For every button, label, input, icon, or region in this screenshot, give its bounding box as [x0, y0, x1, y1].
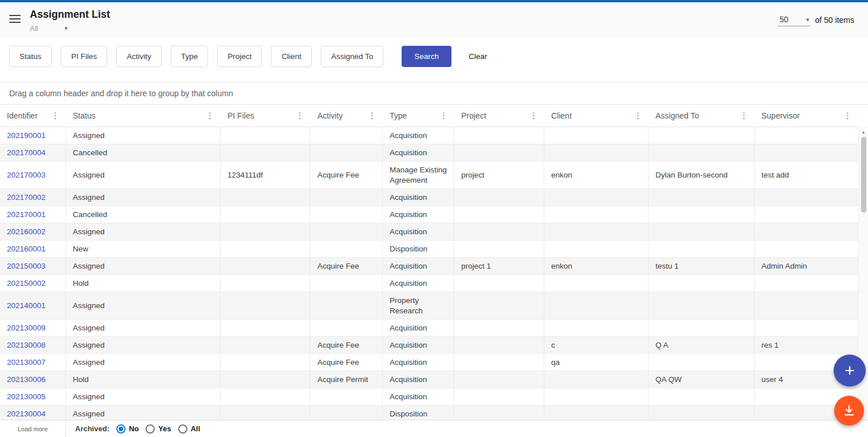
cell-client: enkon — [544, 258, 649, 274]
column-header-project[interactable]: Project ⋮ — [454, 105, 544, 127]
archived-option-no[interactable]: No — [116, 424, 139, 434]
column-menu-icon[interactable]: ⋮ — [842, 111, 854, 121]
page-size-select[interactable]: 50 ▾ — [777, 14, 811, 26]
cell-pi_files — [221, 127, 311, 144]
filter-button-client[interactable]: Client — [271, 46, 312, 67]
cell-activity: Acquire Permit — [311, 371, 383, 388]
cell-activity — [311, 189, 383, 206]
cell-status: Assigned — [66, 388, 221, 405]
filter-button-assigned-to[interactable]: Assigned To — [321, 46, 383, 67]
cell-identifier: 202130008 — [0, 337, 66, 353]
cell-assigned_to — [649, 275, 755, 292]
cell-identifier: 202150003 — [0, 258, 66, 274]
search-button[interactable]: Search — [402, 46, 451, 67]
table-row: 202140001AssignedProperty Research — [0, 292, 858, 320]
cell-activity — [311, 275, 383, 292]
cell-client — [544, 189, 649, 206]
identifier-link[interactable]: 202170003 — [7, 170, 46, 180]
column-menu-icon[interactable]: ⋮ — [204, 111, 216, 121]
cell-status: Assigned — [66, 337, 221, 353]
scrollbar-thumb[interactable] — [861, 137, 866, 212]
filter-button-project[interactable]: Project — [217, 46, 262, 67]
filter-button-activity[interactable]: Activity — [116, 46, 162, 67]
scroll-up-icon[interactable]: ▲ — [859, 127, 868, 134]
column-header-assigned-to[interactable]: Assigned To ⋮ — [649, 105, 755, 127]
cell-pi_files — [221, 337, 311, 353]
column-menu-icon[interactable]: ⋮ — [294, 111, 306, 121]
identifier-link[interactable]: 202130004 — [7, 409, 46, 419]
archived-option-all[interactable]: All — [178, 424, 201, 434]
export-download-button[interactable] — [834, 396, 864, 426]
hamburger-menu-icon[interactable] — [9, 13, 22, 25]
list-filter-dropdown[interactable]: All ▾ — [30, 24, 68, 33]
cell-project — [454, 275, 544, 292]
cell-status: Cancelled — [66, 144, 221, 161]
cell-identifier: 202170001 — [0, 206, 66, 223]
cell-supervisor — [755, 223, 858, 240]
filter-button-status[interactable]: Status — [9, 46, 52, 67]
column-header-pi-files[interactable]: PI Files ⋮ — [221, 105, 311, 127]
cell-project — [454, 127, 544, 144]
identifier-link[interactable]: 202130009 — [7, 323, 46, 333]
identifier-link[interactable]: 202130006 — [7, 375, 46, 385]
clear-button[interactable]: Clear — [461, 46, 495, 67]
filter-button-pi-files[interactable]: PI Files — [61, 46, 107, 67]
cell-supervisor — [755, 189, 858, 206]
identifier-link[interactable]: 202190001 — [7, 131, 46, 141]
identifier-link[interactable]: 202170002 — [7, 192, 46, 203]
column-header-label: Activity — [317, 111, 343, 120]
group-by-hint-text: Drag a column header and drop it here to… — [9, 89, 233, 98]
cell-identifier: 202170004 — [0, 144, 66, 161]
column-header-supervisor[interactable]: Supervisor ⋮ — [755, 105, 858, 127]
identifier-link[interactable]: 202170004 — [7, 148, 46, 158]
cell-project: project — [454, 162, 544, 188]
identifier-link[interactable]: 202160002 — [7, 227, 46, 237]
table-row: 202130005AssignedAcquisition — [0, 388, 858, 405]
cell-project — [454, 405, 544, 420]
cell-assigned_to — [649, 206, 755, 223]
load-more-button[interactable]: Load more — [0, 420, 66, 437]
cell-project — [454, 223, 544, 240]
cell-type: Acquisition — [383, 258, 454, 274]
cell-pi_files — [221, 206, 311, 223]
cell-type: Acquisition — [383, 320, 454, 336]
column-header-type[interactable]: Type ⋮ — [383, 105, 454, 127]
identifier-link[interactable]: 202170001 — [7, 210, 46, 220]
identifier-link[interactable]: 202150002 — [7, 278, 46, 289]
column-menu-icon[interactable]: ⋮ — [49, 111, 61, 121]
identifier-link[interactable]: 202130007 — [7, 357, 46, 368]
identifier-link[interactable]: 202130008 — [7, 340, 46, 351]
group-by-drop-zone[interactable]: Drag a column header and drop it here to… — [0, 82, 868, 105]
column-header-client[interactable]: Client ⋮ — [544, 105, 649, 127]
cell-assigned_to — [649, 223, 755, 240]
cell-assigned_to — [649, 127, 755, 144]
table-header-row: Identifier ⋮ Status ⋮ PI Files ⋮ Activit… — [0, 105, 858, 127]
archived-option-yes[interactable]: Yes — [146, 424, 171, 434]
cell-activity — [311, 127, 383, 144]
cell-supervisor — [755, 144, 858, 161]
column-menu-icon[interactable]: ⋮ — [632, 111, 644, 121]
column-menu-icon[interactable]: ⋮ — [366, 111, 378, 121]
add-assignment-button[interactable]: + — [834, 355, 866, 387]
column-header-activity[interactable]: Activity ⋮ — [311, 105, 383, 127]
column-header-identifier[interactable]: Identifier ⋮ — [0, 105, 66, 127]
column-menu-icon[interactable]: ⋮ — [528, 111, 540, 121]
identifier-link[interactable]: 202160001 — [7, 244, 46, 254]
identifier-link[interactable]: 202130005 — [7, 392, 46, 402]
identifier-link[interactable]: 202140001 — [7, 301, 46, 311]
column-menu-icon[interactable]: ⋮ — [738, 111, 750, 121]
cell-activity: Acquire Fee — [311, 337, 383, 353]
table-row: 202150002HoldAcquisition — [0, 275, 858, 292]
column-header-status[interactable]: Status ⋮ — [66, 105, 221, 127]
radio-icon — [116, 424, 125, 434]
column-header-label: Client — [551, 111, 572, 120]
cell-assigned_to — [649, 388, 755, 405]
plus-icon: + — [845, 361, 855, 380]
cell-type: Acquisition — [383, 371, 454, 388]
column-menu-icon[interactable]: ⋮ — [438, 111, 450, 121]
radio-label: All — [191, 424, 201, 433]
filter-button-type[interactable]: Type — [171, 46, 208, 67]
cell-identifier: 202130005 — [0, 388, 66, 405]
identifier-link[interactable]: 202150003 — [7, 261, 46, 271]
column-header-label: Assigned To — [655, 111, 699, 120]
